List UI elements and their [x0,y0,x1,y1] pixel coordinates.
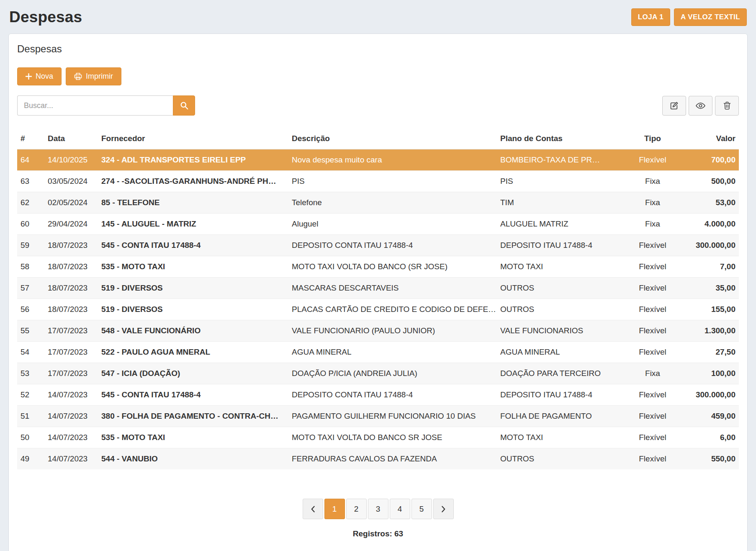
pagination-next-button[interactable] [433,499,454,519]
table-row[interactable]: 5718/07/2023519 - DIVERSOSMASCARAS DESCA… [17,278,739,299]
page-title: Despesas [9,8,82,26]
toolbar: Nova Imprimir [17,67,739,85]
table-row[interactable]: 5417/07/2023522 - PAULO AGUA MNERALAGUA … [17,342,739,363]
cell-plano-de-contas: AGUA MINERAL [497,342,622,363]
cell-fornecedor: 324 - ADL TRANSPORTES EIRELI EPP [98,149,288,171]
pagination-page-5[interactable]: 5 [411,499,432,519]
cell-descricao: PAGAMENTO GUILHERM FUNCIONARIO 10 DIAS [288,406,497,427]
delete-button[interactable] [715,96,739,116]
records-count: Registros: 63 [17,529,739,538]
cell-fornecedor: 547 - ICIA (DOAÇÃO) [98,363,288,384]
cell-plano-de-contas: MOTO TAXI [497,427,622,448]
table-row[interactable]: 5618/07/2023519 - DIVERSOSPLACAS CARTÃO … [17,299,739,320]
expenses-panel: Despesas Nova Imprimir [8,33,748,551]
table-row[interactable]: 5918/07/2023545 - CONTA ITAU 17488-4DEPO… [17,235,739,256]
table-body: 6414/10/2025324 - ADL TRANSPORTES EIRELI… [17,149,739,470]
store-badge-loja[interactable]: LOJA 1 [631,8,670,26]
cell-id: 51 [17,406,44,427]
cell-plano-de-contas: DEPOSITO ITAU 17488-4 [497,384,622,406]
table-row[interactable]: 4914/07/2023544 - VANUBIOFERRADURAS CAVA… [17,448,739,470]
cell-fornecedor: 535 - MOTO TAXI [98,427,288,448]
cell-plano-de-contas: FOLHA DE PAGAMENTO [497,406,622,427]
cell-valor: 550,00 [684,448,739,470]
cell-data: 14/10/2025 [44,149,98,171]
cell-tipo: Flexível [622,427,684,448]
column-header-fornecedor: Fornecedor [98,129,288,149]
cell-tipo: Flexível [622,384,684,406]
chevron-left-icon [311,505,315,513]
new-expense-button[interactable]: Nova [17,67,62,85]
column-header-tipo: Tipo [622,129,684,149]
search-button[interactable] [173,95,195,116]
cell-plano-de-contas: ALUGUEL MATRIZ [497,214,622,235]
cell-data: 02/05/2024 [44,192,98,214]
cell-id: 50 [17,427,44,448]
table-row[interactable]: 5114/07/2023380 - FOLHA DE PAGAMENTO - C… [17,406,739,427]
table-row[interactable]: 6029/04/2024145 - ALUGUEL - MATRIZAlugue… [17,214,739,235]
pagination-prev-button[interactable] [303,499,323,519]
edit-button[interactable] [662,96,686,116]
cell-id: 63 [17,171,44,192]
pagination-page-1[interactable]: 1 [324,499,345,519]
cell-fornecedor: 544 - VANUBIO [98,448,288,470]
cell-plano-de-contas: MOTO TAXI [497,256,622,278]
cell-descricao: DEPOSITO CONTA ITAU 17488-4 [288,235,497,256]
cell-descricao: MOTO TAXI VOLTA DO BANCO SR JOSE [288,427,497,448]
cell-tipo: Flexível [622,406,684,427]
cell-descricao: VALE FUNCIONARIO (PAULO JUNIOR) [288,320,497,342]
cell-valor: 35,00 [684,278,739,299]
table-row[interactable]: 5517/07/2023548 - VALE FUNCIONÁRIOVALE F… [17,320,739,342]
cell-plano-de-contas: OUTROS [497,278,622,299]
cell-descricao: Telefone [288,192,497,214]
table-row[interactable]: 5214/07/2023545 - CONTA ITAU 17488-4DEPO… [17,384,739,406]
expenses-table: #DataFornecedorDescriçãoPlano de ContasT… [17,129,739,469]
trash-icon [723,101,731,110]
store-badge-company[interactable]: A VELOZ TEXTIL [674,8,747,26]
cell-plano-de-contas: PIS [497,171,622,192]
cell-tipo: Flexível [622,342,684,363]
print-label: Imprimir [86,72,113,81]
cell-id: 49 [17,448,44,470]
store-badges: LOJA 1 A VELOZ TEXTIL [631,8,747,26]
pagination-page-4[interactable]: 4 [390,499,410,519]
cell-valor: 500,00 [684,171,739,192]
cell-id: 57 [17,278,44,299]
cell-fornecedor: 519 - DIVERSOS [98,278,288,299]
cell-descricao: MASCARAS DESCARTAVEIS [288,278,497,299]
cell-tipo: Fixa [622,214,684,235]
search-row [17,95,739,116]
cell-descricao: FERRADURAS CAVALOS DA FAZENDA [288,448,497,470]
cell-id: 59 [17,235,44,256]
cell-data: 17/07/2023 [44,320,98,342]
table-row[interactable]: 5818/07/2023535 - MOTO TAXIMOTO TAXI VOL… [17,256,739,278]
cell-tipo: Flexível [622,299,684,320]
cell-tipo: Fixa [622,363,684,384]
column-header-valor: Valor [684,129,739,149]
cell-plano-de-contas: VALE FUNCIONARIOS [497,320,622,342]
view-button[interactable] [689,96,712,116]
cell-data: 18/07/2023 [44,299,98,320]
cell-descricao: MOTO TAXI VOLTA DO BANCO (SR JOSE) [288,256,497,278]
search-input[interactable] [17,95,173,116]
cell-data: 14/07/2023 [44,448,98,470]
cell-tipo: Fixa [622,192,684,214]
cell-data: 17/07/2023 [44,342,98,363]
cell-fornecedor: 535 - MOTO TAXI [98,256,288,278]
table-row[interactable]: 6414/10/2025324 - ADL TRANSPORTES EIRELI… [17,149,739,171]
print-button[interactable]: Imprimir [66,67,121,85]
table-row[interactable]: 6202/05/202485 - TELEFONETelefoneTIMFixa… [17,192,739,214]
cell-data: 18/07/2023 [44,235,98,256]
column-header-id: # [17,129,44,149]
table-row[interactable]: 6303/05/2024274 - -SACOLITAS-GARANHUNS-A… [17,171,739,192]
search-box [17,95,195,116]
pagination-page-2[interactable]: 2 [346,499,367,519]
cell-id: 53 [17,363,44,384]
pagination-page-3[interactable]: 3 [368,499,388,519]
cell-data: 14/07/2023 [44,384,98,406]
table-row[interactable]: 5317/07/2023547 - ICIA (DOAÇÃO)DOAÇÃO P/… [17,363,739,384]
cell-descricao: DEPOSITO CONTA ITAU 17488-4 [288,384,497,406]
table-row[interactable]: 5014/07/2023535 - MOTO TAXIMOTO TAXI VOL… [17,427,739,448]
table-header-row: #DataFornecedorDescriçãoPlano de ContasT… [17,129,739,149]
cell-tipo: Flexível [622,278,684,299]
cell-valor: 100,00 [684,363,739,384]
